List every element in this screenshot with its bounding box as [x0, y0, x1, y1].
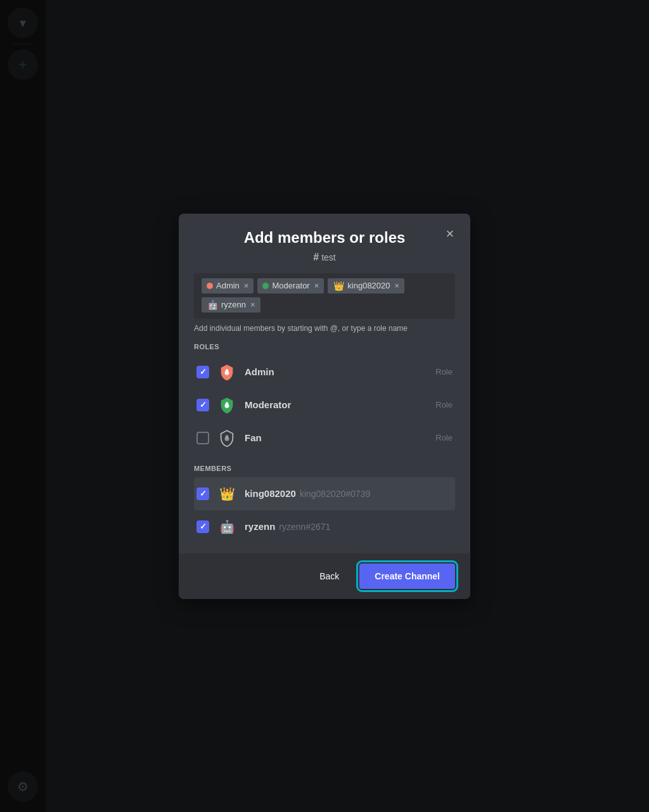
role-admin-name: Admin: [245, 366, 428, 377]
tags-container[interactable]: Admin × Moderator × 👑 king082020 × 🤖: [194, 273, 455, 319]
tag-ryzenn: 🤖 ryzenn ×: [202, 297, 260, 313]
member-item-king082020[interactable]: 👑 king082020king082020#0739: [194, 477, 455, 510]
tag-moderator-dot: [262, 283, 269, 289]
modal-body: Admin × Moderator × 👑 king082020 × 🤖: [179, 263, 470, 553]
tag-ryzenn-close[interactable]: ×: [250, 300, 255, 309]
member-ryzenn-name: ryzennryzenn#2671: [245, 521, 453, 532]
modal-channel-name: test: [321, 252, 336, 262]
tag-ryzenn-label: ryzenn: [221, 300, 246, 309]
modal-title: Add members or roles: [194, 229, 455, 247]
tag-ryzenn-avatar: 🤖: [207, 299, 218, 311]
hash-icon: #: [313, 252, 319, 263]
role-item-moderator[interactable]: Moderator Role: [194, 389, 455, 422]
tag-moderator-close[interactable]: ×: [314, 281, 319, 290]
tag-admin: Admin ×: [202, 278, 254, 293]
modal-overlay: × Add members or roles # test Admin ×: [0, 0, 649, 812]
tag-king082020: 👑 king082020 ×: [328, 278, 404, 293]
back-button[interactable]: Back: [309, 565, 349, 588]
tag-moderator: Moderator ×: [257, 278, 324, 293]
modal-header: Add members or roles # test: [179, 214, 470, 263]
tag-admin-label: Admin: [216, 281, 240, 290]
member-king082020-tag: king082020#0739: [300, 489, 370, 499]
member-item-ryzenn[interactable]: 🤖 ryzennryzenn#2671: [194, 510, 455, 543]
tag-moderator-label: Moderator: [272, 281, 309, 290]
svg-rect-1: [226, 369, 229, 372]
role-fan-checkbox[interactable]: [196, 432, 209, 444]
helper-text: Add individual members by starting with …: [194, 324, 455, 333]
modal-footer: Back Create Channel: [179, 553, 470, 599]
member-king082020-avatar: 👑: [217, 484, 237, 504]
role-admin-type: Role: [435, 367, 453, 377]
svg-rect-3: [226, 402, 229, 405]
svg-rect-5: [226, 435, 229, 438]
role-item-admin[interactable]: Admin Role: [194, 356, 455, 389]
role-admin-checkbox[interactable]: [196, 366, 209, 378]
close-button[interactable]: ×: [440, 224, 460, 244]
role-fan-name: Fan: [245, 432, 428, 443]
members-section-header: MEMBERS: [194, 465, 455, 472]
tag-king082020-close[interactable]: ×: [395, 281, 400, 290]
role-fan-icon: [217, 428, 237, 448]
create-channel-button[interactable]: Create Channel: [359, 564, 455, 589]
role-item-fan[interactable]: Fan Role: [194, 422, 455, 454]
member-king082020-name: king082020king082020#0739: [245, 488, 453, 499]
member-ryzenn-checkbox[interactable]: [196, 520, 209, 533]
tag-admin-dot: [207, 283, 213, 289]
member-king082020-checkbox[interactable]: [196, 487, 209, 500]
member-ryzenn-avatar: 🤖: [217, 517, 237, 537]
tag-king082020-avatar: 👑: [333, 280, 344, 292]
role-moderator-icon: [217, 395, 237, 415]
role-moderator-checkbox[interactable]: [196, 399, 209, 411]
role-fan-type: Role: [435, 433, 453, 442]
modal-subtitle: # test: [194, 252, 455, 263]
role-moderator-name: Moderator: [245, 399, 428, 410]
tag-admin-close[interactable]: ×: [244, 281, 249, 290]
role-moderator-type: Role: [435, 400, 453, 409]
role-admin-icon: [217, 362, 237, 382]
roles-section-header: ROLES: [194, 343, 455, 351]
member-ryzenn-tag: ryzenn#2671: [279, 522, 330, 532]
add-members-modal: × Add members or roles # test Admin ×: [179, 214, 470, 599]
tag-king082020-label: king082020: [347, 281, 390, 290]
